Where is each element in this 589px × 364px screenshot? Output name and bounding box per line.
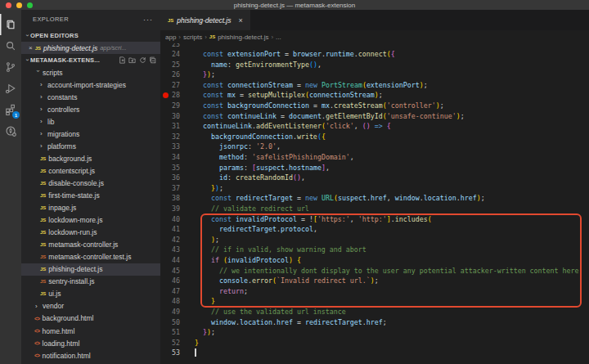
tree-item-inpage.js[interactable]: JSinpage.js <box>21 202 160 214</box>
line-number[interactable]: 45 <box>160 266 195 276</box>
code-line-38[interactable]: 38 const redirectTarget = new URL(suspec… <box>160 193 589 204</box>
new-folder-icon[interactable] <box>128 56 136 64</box>
breadcrumb-item[interactable]: phishing-detect.js <box>218 34 268 41</box>
tree-item-notification.html[interactable]: <>notification.html <box>21 349 160 362</box>
tree-item-vendor[interactable]: ›vendor <box>21 300 160 312</box>
line-number[interactable]: 26 <box>160 70 195 80</box>
code-line-25[interactable]: 25 name: getEnvironmentType(), <box>160 60 589 70</box>
code-line-53[interactable]: 53 <box>160 348 589 358</box>
breadcrumb-item[interactable]: app <box>165 34 176 41</box>
line-number[interactable]: 24 <box>160 49 195 60</box>
code-line-40[interactable]: 40 const invalidProtocol = !['https:', '… <box>160 214 589 225</box>
code-line-31[interactable]: 31 continueLink.addEventListener('click'… <box>160 121 589 132</box>
line-number[interactable]: 27 <box>160 80 195 91</box>
tree-item-first-time-state.js[interactable]: JSfirst-time-state.js <box>21 189 160 201</box>
tree-item-metamask-controller.test.js[interactable]: JSmetamask-controller.test.js <box>21 251 160 263</box>
code-line-47[interactable]: 47 return; <box>160 286 589 297</box>
line-number[interactable]: 44 <box>160 255 195 266</box>
open-editor-item[interactable]: × JS phishing-detect.js app/scri... <box>21 42 160 54</box>
breadcrumb-item[interactable]: ... <box>276 34 281 41</box>
code-line-51[interactable]: 51 }); <box>160 327 589 338</box>
code-line-35[interactable]: 35 params: [suspect.hostname], <box>160 163 589 173</box>
line-number[interactable]: 43 <box>160 245 195 255</box>
code-line-32[interactable]: 32 backgroundConnection.write({ <box>160 132 589 142</box>
code-line-36[interactable]: 36 id: createRandomId(), <box>160 173 589 183</box>
tree-item-constants[interactable]: ›constants <box>21 91 160 103</box>
line-number[interactable]: 39 <box>160 204 195 214</box>
code-line-44[interactable]: 44 if (invalidProtocol) { <box>160 255 589 266</box>
code-line-27[interactable]: 27 const connectionStream = new PortStre… <box>160 80 589 91</box>
line-number[interactable]: 34 <box>160 152 195 163</box>
code-line-39[interactable]: 39 // validate redirect url <box>160 204 589 214</box>
line-number[interactable]: 49 <box>160 307 195 317</box>
tree-item-background.html[interactable]: <>background.html <box>21 312 160 325</box>
project-section-header[interactable]: › METAMASK-EXTENS... <box>21 54 160 66</box>
tree-item-background.js[interactable]: JSbackground.js <box>21 152 160 164</box>
line-number[interactable]: 35 <box>160 163 195 173</box>
code-line-41[interactable]: 41 redirectTarget.protocol, <box>160 224 589 235</box>
code-line-49[interactable]: 49 // use the validated url instance <box>160 307 589 317</box>
code-line-29[interactable]: 29 const backgroundConnection = mx.creat… <box>160 101 589 111</box>
line-number[interactable]: 51 <box>160 327 195 338</box>
search-icon[interactable] <box>0 35 21 56</box>
tree-item-home.html[interactable]: <>home.html <box>21 325 160 337</box>
line-number[interactable]: 29 <box>160 101 195 111</box>
line-number[interactable]: 38 <box>160 193 195 204</box>
code-line-37[interactable]: 37 }); <box>160 183 589 194</box>
line-number[interactable]: 37 <box>160 183 195 194</box>
code-line-30[interactable]: 30 const continueLink = document.getElem… <box>160 111 589 122</box>
line-number[interactable]: 48 <box>160 296 195 307</box>
line-number[interactable]: 31 <box>160 121 195 132</box>
code-line-43[interactable]: 43 // if in valid, show warning and abor… <box>160 245 589 255</box>
extensions-icon[interactable]: 1 <box>0 99 21 120</box>
tree-item-loading.html[interactable]: <>loading.html <box>21 337 160 349</box>
tree-item-ui.js[interactable]: JSui.js <box>21 288 160 300</box>
code-line-24[interactable]: 24 const extensionPort = browser.runtime… <box>160 49 589 60</box>
tree-item-lockdown-more.js[interactable]: JSlockdown-more.js <box>21 214 160 227</box>
open-editors-section-header[interactable]: › OPEN EDITORS <box>21 29 160 42</box>
collapse-all-icon[interactable] <box>149 56 156 64</box>
explorer-icon[interactable] <box>0 14 21 35</box>
line-number[interactable]: 53 <box>160 348 195 358</box>
refresh-icon[interactable] <box>139 56 146 64</box>
line-number[interactable]: 32 <box>160 132 195 142</box>
tree-item-disable-console.js[interactable]: JSdisable-console.js <box>21 177 160 189</box>
tree-item-phishing-detect.js[interactable]: JSphishing-detect.js <box>21 263 160 276</box>
line-number[interactable]: 36 <box>160 173 195 183</box>
close-editor-icon[interactable]: × <box>29 44 33 52</box>
code-line-46[interactable]: 46 console.error(`Invalid redirect url.`… <box>160 276 589 286</box>
line-number[interactable]: 52 <box>160 338 195 348</box>
line-number[interactable]: 40 <box>160 214 195 225</box>
line-number[interactable]: 33 <box>160 142 195 152</box>
code-line-28[interactable]: 28 const mx = setupMultiplex(connectionS… <box>160 90 589 101</box>
tree-item-scripts[interactable]: ›scripts <box>21 66 160 79</box>
run-and-debug-icon[interactable] <box>0 78 21 99</box>
code-line-52[interactable]: 52} <box>160 338 589 348</box>
code-line-45[interactable]: 45 // we intentionally dont display to t… <box>160 266 589 276</box>
tree-item-lib[interactable]: ›lib <box>21 115 160 128</box>
line-number[interactable]: 25 <box>160 60 195 70</box>
tree-item-sentry-install.js[interactable]: JSsentry-install.js <box>21 276 160 288</box>
tree-item-contentscript.js[interactable]: JScontentscript.js <box>21 164 160 177</box>
rocket-extension-icon[interactable] <box>0 120 21 142</box>
close-window-button[interactable] <box>6 2 11 8</box>
tab-phishing-detect[interactable]: JS phishing-detect.js × <box>160 10 250 30</box>
views-and-more-actions-button[interactable]: ··· <box>143 10 153 29</box>
code-line-33[interactable]: 33 jsonrpc: '2.0', <box>160 142 589 152</box>
line-number[interactable]: 50 <box>160 317 195 328</box>
new-file-icon[interactable] <box>119 56 126 64</box>
code-line-23[interactable]: 23 <box>160 43 589 49</box>
source-control-icon[interactable] <box>0 56 21 78</box>
tree-item-platforms[interactable]: ›platforms <box>21 140 160 152</box>
tree-item-lockdown-run.js[interactable]: JSlockdown-run.js <box>21 227 160 239</box>
code-line-26[interactable]: 26 }); <box>160 70 589 80</box>
line-number[interactable]: 41 <box>160 224 195 235</box>
line-number[interactable]: 46 <box>160 276 195 286</box>
code-line-34[interactable]: 34 method: 'safelistPhishingDomain', <box>160 152 589 163</box>
close-tab-icon[interactable]: × <box>239 16 243 25</box>
minimize-window-button[interactable] <box>16 2 22 8</box>
code-line-42[interactable]: 42 ); <box>160 235 589 245</box>
code-line-48[interactable]: 48 } <box>160 296 589 307</box>
code-line-50[interactable]: 50 window.location.href = redirectTarget… <box>160 317 589 328</box>
line-number[interactable]: 47 <box>160 286 195 297</box>
